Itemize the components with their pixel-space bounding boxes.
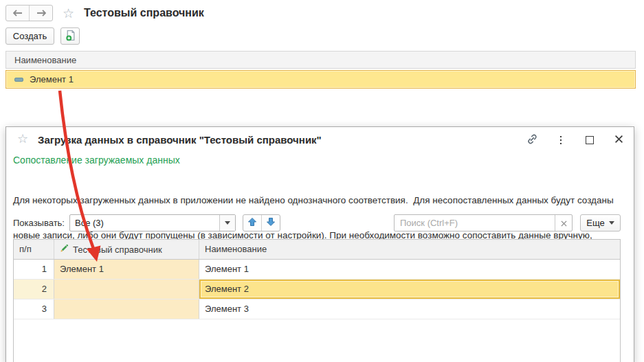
show-filter-label: Показывать: — [13, 214, 65, 231]
maximize-icon — [586, 136, 594, 144]
copy-link-button[interactable] — [526, 135, 537, 146]
arrow-right-icon — [36, 7, 46, 19]
row-number-cell: 2 — [14, 280, 54, 299]
nav-button-group — [5, 5, 53, 21]
maximize-button[interactable] — [584, 135, 595, 146]
create-button[interactable]: Создать — [5, 27, 54, 45]
favorite-star-icon[interactable]: ☆ — [63, 7, 74, 20]
list-row-selected[interactable]: Элемент 1 — [5, 70, 636, 89]
catalog-cell[interactable]: Элемент 1 — [54, 260, 199, 279]
column-header-num[interactable]: п/п — [14, 240, 54, 259]
dialog-title: Загрузка данных в справочник "Тестовый с… — [38, 134, 322, 146]
more-button-label: Еще — [586, 218, 604, 228]
close-button[interactable] — [613, 135, 624, 146]
page-title: Тестовый справочник — [84, 7, 204, 19]
move-up-button[interactable] — [243, 215, 261, 231]
show-filter-dropdown-button[interactable] — [219, 215, 235, 231]
main-topbar: ☆ Тестовый справочник — [5, 5, 204, 21]
column-header-catalog[interactable]: Тестовый справочник — [54, 240, 199, 259]
list-row-label: Элемент 1 — [30, 74, 74, 84]
table-row[interactable]: 1 Элемент 1 Элемент 1 — [14, 260, 620, 280]
name-cell[interactable]: Элемент 1 — [199, 260, 620, 279]
catalog-cell[interactable] — [54, 299, 199, 319]
link-icon — [526, 133, 538, 148]
forward-button[interactable] — [29, 5, 52, 21]
chevron-down-icon — [225, 221, 230, 225]
mapping-table-header[interactable]: п/п Тестовый справочник Наименование — [14, 240, 620, 260]
column-header-name[interactable]: Наименование — [199, 240, 620, 259]
row-number-cell: 3 — [14, 299, 54, 319]
main-toolbar: Создать — [5, 27, 80, 45]
catalog-element-icon — [14, 78, 23, 82]
search-clear-button[interactable] — [555, 215, 572, 231]
column-header-catalog-label: Тестовый справочник — [73, 240, 162, 259]
dialog-window-buttons — [526, 134, 624, 146]
move-down-button[interactable] — [261, 215, 280, 231]
close-icon — [614, 134, 623, 146]
dialog-controls-row: Показывать: Все (3) — [13, 214, 621, 232]
dialog-favorite-star-icon[interactable]: ☆ — [17, 133, 28, 145]
name-cell[interactable]: Элемент 3 — [199, 299, 620, 319]
table-row[interactable]: 3 Элемент 3 — [14, 299, 620, 319]
show-filter-value: Все (3) — [70, 215, 219, 231]
kebab-menu-icon — [560, 136, 562, 145]
show-filter-select[interactable]: Все (3) — [69, 214, 236, 231]
dialog-subtitle: Сопоставление загружаемых данных — [13, 155, 180, 166]
more-button[interactable]: Еще — [580, 214, 621, 231]
arrow-up-blue-icon — [247, 217, 257, 229]
arrow-left-icon — [13, 7, 23, 19]
arrow-down-blue-icon — [266, 217, 276, 229]
table-row-current[interactable]: 2 Элемент 2 — [14, 280, 620, 299]
search-input[interactable] — [395, 215, 555, 231]
chevron-down-icon — [609, 221, 614, 225]
list-column-header-label: Наименование — [14, 55, 76, 65]
description-line: Для некоторых загруженных данных в прило… — [13, 194, 614, 206]
list-column-header[interactable]: Наименование — [5, 51, 636, 69]
search-box — [394, 214, 573, 231]
row-number-cell: 1 — [14, 260, 54, 279]
load-data-dialog: ☆ Загрузка данных в справочник "Тестовый… — [5, 126, 634, 362]
clear-x-icon — [561, 217, 567, 229]
mapping-table: п/п Тестовый справочник Наименование 1 Э… — [13, 239, 621, 362]
back-button[interactable] — [6, 5, 29, 21]
catalog-cell[interactable] — [54, 280, 199, 299]
pencil-icon — [60, 240, 69, 259]
new-document-icon — [65, 30, 76, 43]
dialog-menu-button[interactable] — [555, 135, 566, 146]
create-new-item-button[interactable] — [60, 27, 80, 45]
name-cell-selected[interactable]: Элемент 2 — [199, 280, 620, 299]
move-buttons-group — [243, 214, 280, 231]
